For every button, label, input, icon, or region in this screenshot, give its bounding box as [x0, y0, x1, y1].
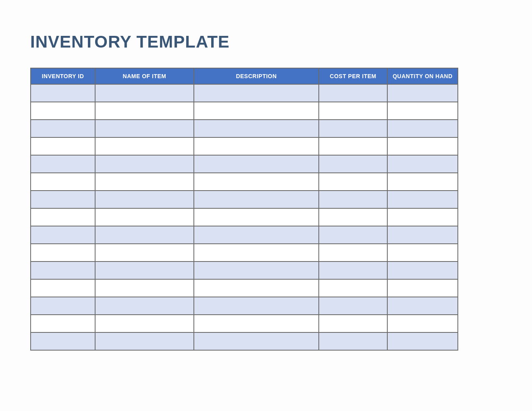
- cell-cost_per_item[interactable]: [319, 137, 387, 155]
- cell-cost_per_item[interactable]: [319, 155, 387, 173]
- cell-name_of_item[interactable]: [95, 137, 194, 155]
- cell-description[interactable]: [194, 279, 319, 297]
- cell-quantity_on_hand[interactable]: [387, 262, 458, 279]
- table-row: [31, 120, 458, 137]
- table-row: [31, 137, 458, 155]
- cell-description[interactable]: [194, 297, 319, 315]
- col-header-cost-per-item: COST PER ITEM: [319, 68, 387, 84]
- cell-cost_per_item[interactable]: [319, 208, 387, 226]
- cell-quantity_on_hand[interactable]: [387, 155, 458, 173]
- cell-quantity_on_hand[interactable]: [387, 226, 458, 244]
- cell-description[interactable]: [194, 191, 319, 208]
- table-row: [31, 226, 458, 244]
- cell-description[interactable]: [194, 84, 319, 102]
- cell-description[interactable]: [194, 262, 319, 279]
- cell-description[interactable]: [194, 155, 319, 173]
- cell-inventory_id[interactable]: [31, 155, 95, 173]
- cell-name_of_item[interactable]: [95, 279, 194, 297]
- cell-inventory_id[interactable]: [31, 173, 95, 191]
- cell-inventory_id[interactable]: [31, 84, 95, 102]
- cell-name_of_item[interactable]: [95, 84, 194, 102]
- cell-cost_per_item[interactable]: [319, 191, 387, 208]
- cell-name_of_item[interactable]: [95, 102, 194, 120]
- cell-quantity_on_hand[interactable]: [387, 102, 458, 120]
- cell-inventory_id[interactable]: [31, 315, 95, 332]
- col-header-description: DESCRIPTION: [194, 68, 319, 84]
- cell-cost_per_item[interactable]: [319, 173, 387, 191]
- table-header: INVENTORY ID NAME OF ITEM DESCRIPTION CO…: [31, 68, 458, 84]
- table-row: [31, 102, 458, 120]
- col-header-name-of-item: NAME OF ITEM: [95, 68, 194, 84]
- cell-cost_per_item[interactable]: [319, 332, 387, 350]
- cell-inventory_id[interactable]: [31, 191, 95, 208]
- cell-inventory_id[interactable]: [31, 102, 95, 120]
- cell-inventory_id[interactable]: [31, 120, 95, 137]
- cell-cost_per_item[interactable]: [319, 244, 387, 262]
- table-row: [31, 208, 458, 226]
- table-row: [31, 332, 458, 350]
- cell-quantity_on_hand[interactable]: [387, 173, 458, 191]
- cell-description[interactable]: [194, 208, 319, 226]
- cell-cost_per_item[interactable]: [319, 120, 387, 137]
- cell-name_of_item[interactable]: [95, 226, 194, 244]
- table-row: [31, 191, 458, 208]
- cell-name_of_item[interactable]: [95, 173, 194, 191]
- cell-name_of_item[interactable]: [95, 155, 194, 173]
- cell-description[interactable]: [194, 315, 319, 332]
- table-row: [31, 315, 458, 332]
- cell-inventory_id[interactable]: [31, 332, 95, 350]
- cell-name_of_item[interactable]: [95, 208, 194, 226]
- table-row: [31, 297, 458, 315]
- cell-description[interactable]: [194, 226, 319, 244]
- cell-description[interactable]: [194, 173, 319, 191]
- cell-quantity_on_hand[interactable]: [387, 297, 458, 315]
- cell-cost_per_item[interactable]: [319, 315, 387, 332]
- table-body: [31, 84, 458, 350]
- cell-quantity_on_hand[interactable]: [387, 137, 458, 155]
- cell-name_of_item[interactable]: [95, 262, 194, 279]
- cell-description[interactable]: [194, 332, 319, 350]
- cell-name_of_item[interactable]: [95, 244, 194, 262]
- cell-quantity_on_hand[interactable]: [387, 315, 458, 332]
- cell-quantity_on_hand[interactable]: [387, 332, 458, 350]
- cell-description[interactable]: [194, 102, 319, 120]
- table-row: [31, 84, 458, 102]
- cell-name_of_item[interactable]: [95, 315, 194, 332]
- cell-quantity_on_hand[interactable]: [387, 120, 458, 137]
- cell-inventory_id[interactable]: [31, 297, 95, 315]
- cell-name_of_item[interactable]: [95, 191, 194, 208]
- cell-inventory_id[interactable]: [31, 208, 95, 226]
- cell-cost_per_item[interactable]: [319, 262, 387, 279]
- table-row: [31, 279, 458, 297]
- cell-cost_per_item[interactable]: [319, 102, 387, 120]
- cell-name_of_item[interactable]: [95, 332, 194, 350]
- cell-name_of_item[interactable]: [95, 297, 194, 315]
- cell-cost_per_item[interactable]: [319, 226, 387, 244]
- col-header-inventory-id: INVENTORY ID: [31, 68, 95, 84]
- cell-inventory_id[interactable]: [31, 137, 95, 155]
- cell-inventory_id[interactable]: [31, 226, 95, 244]
- cell-quantity_on_hand[interactable]: [387, 244, 458, 262]
- cell-cost_per_item[interactable]: [319, 84, 387, 102]
- cell-description[interactable]: [194, 120, 319, 137]
- cell-quantity_on_hand[interactable]: [387, 208, 458, 226]
- inventory-table: INVENTORY ID NAME OF ITEM DESCRIPTION CO…: [30, 68, 458, 351]
- col-header-quantity-on-hand: QUANTITY ON HAND: [387, 68, 458, 84]
- table-row: [31, 173, 458, 191]
- cell-cost_per_item[interactable]: [319, 297, 387, 315]
- table-row: [31, 244, 458, 262]
- cell-inventory_id[interactable]: [31, 244, 95, 262]
- cell-description[interactable]: [194, 244, 319, 262]
- table-row: [31, 155, 458, 173]
- cell-inventory_id[interactable]: [31, 262, 95, 279]
- cell-cost_per_item[interactable]: [319, 279, 387, 297]
- table-row: [31, 262, 458, 279]
- cell-inventory_id[interactable]: [31, 279, 95, 297]
- cell-quantity_on_hand[interactable]: [387, 279, 458, 297]
- cell-quantity_on_hand[interactable]: [387, 191, 458, 208]
- cell-description[interactable]: [194, 137, 319, 155]
- cell-name_of_item[interactable]: [95, 120, 194, 137]
- page-title: INVENTORY TEMPLATE: [30, 32, 502, 52]
- cell-quantity_on_hand[interactable]: [387, 84, 458, 102]
